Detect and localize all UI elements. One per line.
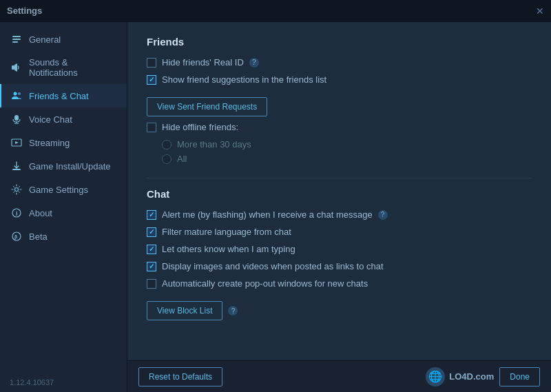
version-label: 1.12.4.10637 (0, 373, 127, 392)
sidebar-item-sounds[interactable]: Sounds & Notifications (0, 51, 127, 84)
chat-option-2: Let others know when I am typing (147, 244, 532, 254)
bottom-bar: Reset to Defaults 🌐 LO4D.com Done (127, 360, 551, 392)
chat-section: Chat Alert me (by flashing) when I recei… (147, 188, 532, 326)
svg-point-5 (18, 92, 21, 95)
sidebar: General Sounds & Notifications (0, 22, 127, 392)
show-suggestions-row: Show friend suggestions in the friends l… (147, 74, 532, 85)
general-icon (11, 34, 22, 45)
sidebar-item-label: Beta (29, 231, 48, 242)
sidebar-item-label: Friends & Chat (29, 91, 89, 101)
chat-option-4-label[interactable]: Automatically create pop-out windows for… (162, 278, 368, 289)
show-suggestions-label[interactable]: Show friend suggestions in the friends l… (162, 74, 326, 85)
svg-rect-11 (12, 169, 21, 170)
friends-icon (11, 90, 22, 101)
radio-30-days: More than 30 days (162, 139, 532, 149)
sidebar-item-label: Streaming (29, 138, 70, 148)
chat-option-1-label[interactable]: Filter mature language from chat (162, 227, 291, 237)
radio-all-input[interactable] (162, 154, 171, 164)
streaming-icon (11, 137, 22, 148)
sidebar-item-label: Voice Chat (29, 114, 72, 125)
svg-marker-10 (15, 141, 19, 144)
radio-30-days-label: More than 30 days (177, 139, 251, 149)
sidebar-item-about[interactable]: i About (0, 201, 127, 225)
sidebar-item-game-install[interactable]: Game Install/Update (0, 154, 127, 178)
chat-option-0: Alert me (by flashing) when I receive a … (147, 209, 532, 220)
chat-option-4: Automatically create pop-out windows for… (147, 278, 532, 289)
sidebar-item-label: About (29, 208, 52, 218)
view-block-list-button[interactable]: View Block List (147, 301, 222, 320)
view-sent-requests-button[interactable]: View Sent Friend Requests (147, 97, 267, 116)
svg-rect-2 (12, 41, 18, 43)
watermark: 🌐 LO4D.com (426, 367, 494, 386)
chat-option-3-checkbox[interactable] (147, 262, 156, 271)
install-icon (11, 161, 22, 172)
friends-section: Friends Hide friends' Real ID ? Show fri… (147, 36, 532, 168)
watermark-text: LO4D.com (449, 371, 494, 382)
section-divider (147, 178, 532, 178)
view-block-list-help-icon[interactable]: ? (228, 306, 238, 316)
content-area: Friends Hide friends' Real ID ? Show fri… (127, 22, 551, 392)
svg-rect-0 (12, 36, 21, 37)
chat-option-0-label[interactable]: Alert me (by flashing) when I receive a … (162, 209, 373, 220)
chat-option-1: Filter mature language from chat (147, 227, 532, 237)
watermark-globe-icon: 🌐 (426, 367, 445, 386)
sounds-icon (11, 62, 22, 73)
sidebar-item-label: General (29, 34, 61, 45)
chat-option-1-checkbox[interactable] (147, 227, 156, 237)
sidebar-item-label: Game Install/Update (29, 161, 111, 172)
app-container: General Sounds & Notifications (0, 22, 551, 392)
sidebar-item-friends-chat[interactable]: Friends & Chat (0, 84, 127, 107)
chat-option-0-checkbox[interactable] (147, 210, 156, 220)
chat-option-3-label[interactable]: Display images and videos when posted as… (162, 261, 384, 271)
reset-defaults-button[interactable]: Reset to Defaults (138, 367, 222, 386)
chat-option-2-label[interactable]: Let others know when I am typing (162, 244, 295, 254)
radio-all-label: All (177, 154, 187, 164)
hide-offline-label[interactable]: Hide offline friends: (162, 122, 238, 132)
done-button[interactable]: Done (499, 367, 540, 386)
sidebar-item-label: Game Settings (29, 185, 88, 195)
hide-offline-row: Hide offline friends: (147, 122, 532, 132)
hide-real-id-label[interactable]: Hide friends' Real ID (162, 57, 244, 68)
svg-rect-3 (12, 65, 14, 70)
radio-30-days-input[interactable] (162, 140, 171, 149)
sidebar-item-streaming[interactable]: Streaming (0, 131, 127, 154)
friends-section-title: Friends (147, 36, 532, 48)
sidebar-item-general[interactable]: General (0, 28, 127, 51)
title-bar: Settings ✕ (0, 0, 551, 22)
chat-option-2-checkbox[interactable] (147, 245, 156, 254)
close-button[interactable]: ✕ (536, 6, 544, 17)
window-title: Settings (7, 6, 42, 16)
sidebar-item-voice-chat[interactable]: Voice Chat (0, 107, 127, 131)
svg-rect-6 (14, 115, 19, 121)
svg-text:β: β (14, 234, 18, 240)
svg-point-4 (14, 92, 17, 96)
beta-icon: β (11, 231, 22, 242)
hide-real-id-help-icon[interactable]: ? (249, 58, 259, 68)
svg-rect-1 (12, 39, 21, 40)
radio-all: All (162, 154, 532, 164)
chat-option-0-help-icon[interactable]: ? (378, 210, 388, 220)
hide-real-id-checkbox[interactable] (147, 58, 156, 68)
hide-offline-checkbox[interactable] (147, 123, 156, 132)
show-suggestions-checkbox[interactable] (147, 75, 156, 85)
chat-section-title: Chat (147, 188, 532, 200)
chat-option-4-checkbox[interactable] (147, 279, 156, 289)
about-icon: i (11, 207, 22, 218)
hide-real-id-row: Hide friends' Real ID ? (147, 57, 532, 68)
offline-radio-group: More than 30 days All (162, 139, 532, 164)
chat-option-3: Display images and videos when posted as… (147, 261, 532, 271)
game-settings-icon (11, 184, 22, 195)
voice-icon (11, 114, 22, 125)
sidebar-item-game-settings[interactable]: Game Settings (0, 178, 127, 201)
sidebar-item-label: Sounds & Notifications (29, 57, 117, 78)
svg-text:i: i (16, 210, 18, 217)
sidebar-item-beta[interactable]: β Beta (0, 225, 127, 248)
svg-point-12 (15, 188, 19, 192)
